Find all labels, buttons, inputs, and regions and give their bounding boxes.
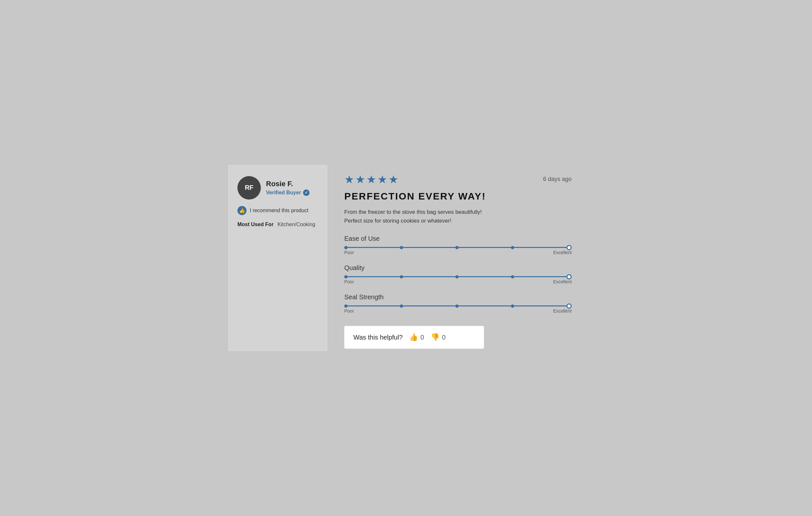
- recommend-row: 👍 I recommend this product: [237, 206, 318, 215]
- header-row: ★ ★ ★ ★ ★ 6 days ago: [344, 174, 572, 185]
- ease-of-use-label: Ease of Use: [344, 235, 572, 242]
- ease-of-use-labels: Poor Excellent: [344, 250, 572, 255]
- thumbs-down-icon: 👎: [431, 333, 439, 342]
- ease-of-use-track: [344, 247, 572, 248]
- q-excellent-label: Excellent: [553, 279, 572, 284]
- seal-track: [344, 306, 572, 307]
- seal-strength-section: Seal Strength Poor Excellent: [344, 293, 572, 314]
- dot-end: [567, 245, 572, 250]
- quality-section: Quality Poor Excellent: [344, 264, 572, 284]
- s-dot-2: [400, 305, 403, 308]
- time-ago: 6 days ago: [543, 176, 572, 182]
- helpful-section: Was this helpful? 👍 0 👎 0: [344, 326, 484, 349]
- reviewer-name: Rosie F.: [266, 180, 310, 188]
- used-for-value: Kitchen/Cooking: [278, 222, 315, 227]
- q-dot-2: [400, 275, 403, 279]
- star-5: ★: [388, 174, 398, 185]
- dot-4: [511, 246, 514, 249]
- ease-of-use-section: Ease of Use Poor Excellent: [344, 235, 572, 255]
- dot-1: [344, 246, 348, 249]
- q-dot-4: [511, 275, 514, 279]
- used-for-row: Most Used For Kitchen/Cooking: [237, 222, 318, 227]
- helpful-text: Was this helpful?: [353, 334, 403, 341]
- poor-label: Poor: [344, 250, 354, 255]
- used-for-label: Most Used For: [237, 222, 273, 227]
- dot-3: [455, 246, 459, 249]
- review-container: RF Rosie F. Verified Buyer ✓ 👍 I recomme…: [227, 164, 585, 352]
- q-dot-3: [455, 275, 459, 279]
- right-panel: ★ ★ ★ ★ ★ 6 days ago PERFECTION EVERY WA…: [328, 164, 585, 352]
- q-poor-label: Poor: [344, 279, 354, 284]
- stars-container: ★ ★ ★ ★ ★: [344, 174, 398, 185]
- avatar: RF: [237, 176, 261, 200]
- dot-2: [400, 246, 403, 249]
- recommend-text: I recommend this product: [250, 208, 309, 213]
- excellent-label: Excellent: [553, 250, 572, 255]
- quality-labels: Poor Excellent: [344, 279, 572, 284]
- seal-labels: Poor Excellent: [344, 308, 572, 314]
- thumbs-down-vote[interactable]: 👎 0: [431, 333, 446, 342]
- thumbs-up-icon: 👍: [409, 333, 418, 342]
- q-dot-end: [567, 274, 572, 280]
- thumbs-up-vote[interactable]: 👍 0: [409, 333, 424, 342]
- thumbs-up-badge: 👍: [237, 206, 246, 215]
- left-panel: RF Rosie F. Verified Buyer ✓ 👍 I recomme…: [227, 164, 328, 352]
- thumbs-down-count: 0: [442, 334, 446, 341]
- verified-buyer-row: Verified Buyer ✓: [266, 190, 310, 196]
- seal-strength-label: Seal Strength: [344, 293, 572, 301]
- s-dot-3: [455, 305, 459, 308]
- star-2: ★: [355, 174, 365, 185]
- review-body: From the freezer to the stove this bag s…: [344, 208, 572, 225]
- s-dot-4: [511, 305, 514, 308]
- thumbs-up-count: 0: [420, 334, 424, 341]
- star-4: ★: [377, 174, 387, 185]
- s-poor-label: Poor: [344, 308, 354, 314]
- review-title: PERFECTION EVERY WAY!: [344, 191, 572, 202]
- s-excellent-label: Excellent: [553, 308, 572, 314]
- star-1: ★: [344, 174, 354, 185]
- reviewer-info: RF Rosie F. Verified Buyer ✓: [237, 176, 318, 200]
- q-dot-1: [344, 275, 348, 279]
- quality-track: [344, 276, 572, 277]
- s-dot-1: [344, 305, 348, 308]
- verified-icon: ✓: [303, 190, 310, 196]
- star-3: ★: [366, 174, 376, 185]
- s-dot-end: [567, 304, 572, 309]
- quality-label: Quality: [344, 264, 572, 271]
- reviewer-details: Rosie F. Verified Buyer ✓: [266, 180, 310, 196]
